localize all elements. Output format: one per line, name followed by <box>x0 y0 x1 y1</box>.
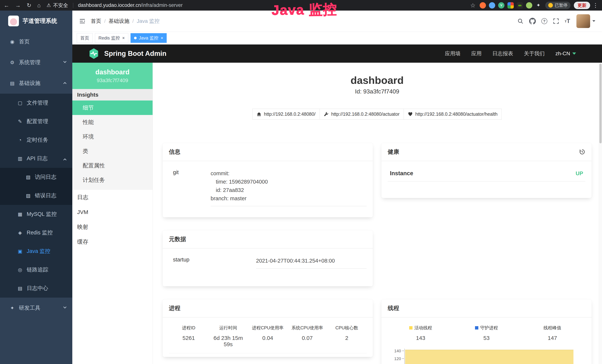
instance-link[interactable]: http://192.168.0.2:48080/ <box>252 109 320 120</box>
extensions-puzzle-icon[interactable]: ✦ <box>535 2 542 9</box>
tab-close-icon[interactable]: × <box>161 36 163 40</box>
paused-badge[interactable]: 已暂停 <box>545 2 570 9</box>
home-link-icon <box>257 112 261 117</box>
file-icon: ▢ <box>16 100 24 106</box>
process-metric-value: 6d 23h 15m 59s <box>208 335 248 347</box>
reload-icon[interactable]: ↻ <box>27 2 31 9</box>
scrollbar[interactable] <box>599 63 602 364</box>
sba-sidebar-item-jvm[interactable]: JVM <box>72 205 153 220</box>
sidebar-item-java[interactable]: ▣Java 监控 <box>0 242 72 260</box>
sidebar-item-infra[interactable]: ▤基础设施 <box>0 73 72 94</box>
sba-sidebar-item-logfile[interactable]: 日志 <box>72 190 153 205</box>
instance-name: dashboard <box>95 68 129 76</box>
fullscreen-icon[interactable] <box>553 18 559 24</box>
tab-redis[interactable]: Redis 监控× <box>95 33 128 43</box>
github-icon[interactable] <box>529 18 536 24</box>
instance-link[interactable]: http://192.168.0.2:48080/actuator/health <box>404 109 502 120</box>
sidebar-item-redis[interactable]: ◈Redis 监控 <box>0 224 72 242</box>
user-avatar[interactable] <box>576 14 590 28</box>
home-icon[interactable]: ⌂ <box>37 2 41 9</box>
sidebar-item-home[interactable]: ◉首页 <box>0 31 72 52</box>
history-icon[interactable] <box>579 149 585 155</box>
sidebar-item-error-log[interactable]: ▨错误日志 <box>0 186 72 205</box>
sba-nav-about[interactable]: 关于我们 <box>524 50 545 57</box>
sidebar-item-label: 首页 <box>19 38 30 45</box>
process-card: 进程 进程ID5261运行时间6d 23h 15m 59s进程CPU使用率0.0… <box>163 299 373 357</box>
process-metric: 系统CPU使用率0.07 <box>288 325 327 347</box>
sidebar-item-access-log[interactable]: ▧访问日志 <box>0 168 72 186</box>
sba-sidebar-item-details[interactable]: 细节 <box>72 100 153 115</box>
address-divider <box>73 3 73 8</box>
card-title: 健康 <box>388 148 399 156</box>
tab-close-icon[interactable]: × <box>122 36 125 40</box>
breadcrumb-item[interactable]: Java 监控 <box>137 18 160 25</box>
locale-selector[interactable]: zh-CN <box>556 51 576 57</box>
instance-header[interactable]: dashboard 93a3fc7f7409 <box>72 63 153 89</box>
breadcrumb: 首页/基础设施/Java 监控 <box>91 18 160 25</box>
sidebar-item-mysql[interactable]: ▦MySQL 监控 <box>0 205 72 224</box>
breadcrumb-item[interactable]: 首页 <box>91 18 101 25</box>
tab-java[interactable]: Java 监控× <box>130 33 167 43</box>
help-icon[interactable]: ? <box>541 18 547 24</box>
search-icon[interactable] <box>517 18 524 24</box>
sba-sidebar-item-mappings[interactable]: 映射 <box>72 220 153 234</box>
sidebar-item-label: 定时任务 <box>27 136 48 144</box>
chart-plot-area <box>404 349 585 364</box>
font-size-icon[interactable]: тT <box>565 18 570 24</box>
instance-link[interactable]: http://192.168.0.2:48080/actuator <box>320 109 404 120</box>
sba-sidebar-item-metrics[interactable]: 性能 <box>72 115 153 129</box>
browser-menu-icon[interactable]: ⋮ <box>593 2 598 9</box>
sidebar-item-api-log[interactable]: ▥API 日志 <box>0 149 72 168</box>
sidebar-item-system[interactable]: ⚙系统管理 <box>0 52 72 73</box>
drop-extension-icon[interactable] <box>489 2 495 9</box>
back-icon[interactable]: ← <box>4 2 9 9</box>
emoji-face-icon <box>548 3 553 8</box>
process-metric: 进程CPU使用率0.04 <box>248 325 287 347</box>
sidebar-item-label: 基础设施 <box>19 80 40 87</box>
scrollbar-thumb[interactable] <box>599 64 602 143</box>
hamburger-icon[interactable] <box>79 18 86 24</box>
sba-sidebar-item-caches[interactable]: 缓存 <box>72 234 153 249</box>
app-sidebar: 芋道管理系统 ◉首页⚙系统管理▤基础设施▢文件管理✎配置管理◔定时任务▥API … <box>0 11 72 364</box>
sidebar-item-label: API 日志 <box>27 155 48 162</box>
sidebar-item-config[interactable]: ✎配置管理 <box>0 112 72 131</box>
sba-brand[interactable]: Spring Boot Admin <box>104 50 166 57</box>
sidebar-item-file[interactable]: ▢文件管理 <box>0 94 72 112</box>
card-title: 线程 <box>388 304 399 312</box>
update-button[interactable]: 更新 <box>574 2 590 9</box>
leaf-extension-icon[interactable] <box>526 2 532 9</box>
sba-sidebar-item-scheduledtasks[interactable]: 计划任务 <box>72 173 153 187</box>
address-bar[interactable]: ⚠ 不安全 dashboard.yudao.iocoder.cn/infra/a… <box>46 2 183 9</box>
tab-home[interactable]: 首页 <box>77 33 93 43</box>
tampermonkey-on-icon[interactable]: on <box>517 2 523 9</box>
sba-sidebar-item-configprops[interactable]: 配置属性 <box>72 158 153 173</box>
health-status: UP <box>576 171 583 177</box>
sba-nav-wallboard[interactable]: 应用墙 <box>445 50 461 57</box>
card-title: 进程 <box>169 304 180 312</box>
sba-sidebar: dashboard 93a3fc7f7409 Insights 细节性能环境类配… <box>72 63 153 364</box>
breadcrumb-item[interactable]: 基础设施 <box>109 18 129 25</box>
color-grid-extension-icon[interactable] <box>507 2 514 9</box>
tab-label: Redis 监控 <box>98 35 120 41</box>
security-warning-icon[interactable]: ⚠ <box>46 2 51 8</box>
sidebar-item-log-center[interactable]: ▤日志中心 <box>0 279 72 298</box>
info-value-line: branch: master <box>211 194 366 203</box>
metadata-value: 2021-04-27T00:44:31.254+08:00 <box>256 257 366 268</box>
forward-icon[interactable]: → <box>15 2 21 9</box>
process-metric-value: 0.07 <box>288 335 327 341</box>
sidebar-item-job[interactable]: ◔定时任务 <box>0 131 72 149</box>
chevron-down-icon[interactable] <box>592 20 595 22</box>
vue-devtools-icon[interactable]: V <box>498 2 505 9</box>
active-tab-dot <box>134 37 137 39</box>
sidebar-item-devtools[interactable]: ✦研发工具 <box>0 298 72 318</box>
sba-nav-applications[interactable]: 应用 <box>471 50 482 57</box>
sba-nav-journal[interactable]: 日志报表 <box>493 50 513 57</box>
bookmark-star-icon[interactable]: ☆ <box>470 2 475 9</box>
sba-sidebar-item-environment[interactable]: 环境 <box>72 129 153 144</box>
fox-extension-icon[interactable] <box>480 2 486 9</box>
sidebar-item-trace[interactable]: ◎链路追踪 <box>0 260 72 279</box>
sba-logo-icon[interactable] <box>88 48 100 60</box>
thread-metric-value: 143 <box>388 335 453 341</box>
sba-sidebar-item-classes[interactable]: 类 <box>72 144 153 158</box>
security-label[interactable]: 不安全 <box>53 2 68 9</box>
